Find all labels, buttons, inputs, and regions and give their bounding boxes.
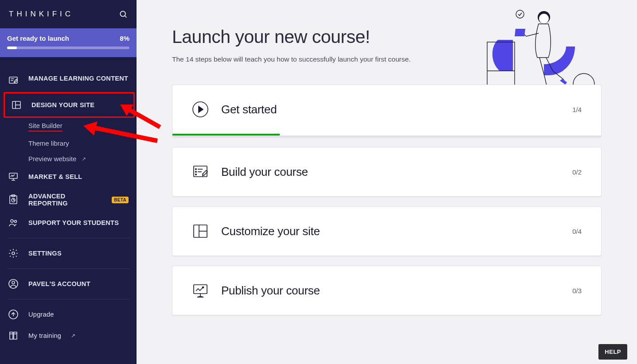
external-link-icon: ↗ [82, 156, 86, 162]
svg-point-14 [12, 252, 15, 255]
divider [7, 238, 129, 238]
card-title: Get started [221, 103, 560, 116]
nav-label: My training [28, 332, 61, 339]
sidebar-header: THINKIFIC [0, 0, 137, 28]
nav-advanced-reporting[interactable]: ADVANCED REPORTING BETA [0, 187, 137, 212]
external-link-icon: ↗ [71, 333, 75, 339]
nav-settings[interactable]: SETTINGS [0, 243, 137, 264]
card-count: 0/3 [572, 287, 582, 294]
brand-logo: THINKIFIC [9, 10, 74, 19]
nav-manage-learning-content[interactable]: MANAGE LEARNING CONTENT [0, 70, 137, 91]
user-circle-icon [8, 279, 19, 289]
book-icon [8, 330, 19, 341]
nav-label: PAVEL'S ACCOUNT [28, 280, 90, 287]
svg-point-12 [11, 220, 13, 222]
sidebar: THINKIFIC Get ready to launch 8% MANAGE … [0, 0, 137, 364]
launch-percent: 8% [120, 35, 129, 42]
sidebar-nav: MANAGE LEARNING CONTENT DESIGN YOUR SITE… [0, 57, 137, 364]
sub-label: Site Builder [28, 122, 63, 129]
gear-icon [8, 248, 19, 259]
launch-progress-banner[interactable]: Get ready to launch 8% [0, 28, 137, 57]
card-count: 0/2 [572, 168, 582, 176]
svg-point-13 [15, 221, 17, 223]
clipboard-pie-icon [8, 194, 19, 205]
nav-label: SUPPORT YOUR STUDENTS [28, 219, 119, 226]
card-get-started[interactable]: Get started 1/4 [172, 85, 602, 137]
nav-account[interactable]: PAVEL'S ACCOUNT [0, 273, 137, 294]
progress-fill [7, 46, 17, 49]
nav-my-training[interactable]: My training ↗ [0, 325, 137, 346]
divider [7, 268, 129, 269]
nav-label: SETTINGS [28, 250, 62, 257]
nav-label: ADVANCED REPORTING [28, 193, 100, 207]
presentation-icon [192, 282, 209, 299]
beta-badge: BETA [112, 197, 129, 203]
card-customize-site[interactable]: Customize your site 0/4 [172, 206, 602, 256]
edit-note-icon [8, 75, 19, 85]
svg-point-16 [12, 281, 15, 284]
svg-point-29 [195, 171, 196, 172]
svg-point-30 [195, 174, 196, 175]
edit-page-icon [192, 163, 209, 180]
presentation-chart-icon [8, 171, 19, 182]
card-title: Publish your course [221, 284, 560, 298]
nav-label: MANAGE LEARNING CONTENT [28, 75, 128, 82]
svg-line-1 [125, 16, 127, 18]
arrow-up-circle-icon [8, 309, 19, 320]
help-button[interactable]: HELP [598, 344, 627, 360]
card-build-course[interactable]: Build your course 0/2 [172, 147, 602, 197]
play-circle-icon [192, 101, 209, 118]
sub-label: Preview website [28, 155, 76, 163]
hero-illustration [482, 4, 606, 95]
nav-label: DESIGN YOUR SITE [31, 101, 94, 108]
card-count: 0/4 [572, 228, 582, 235]
sub-label: Theme library [28, 139, 69, 147]
svg-point-23 [539, 14, 549, 23]
svg-point-0 [120, 11, 125, 16]
nav-upgrade[interactable]: Upgrade [0, 304, 137, 325]
design-sub-items: Site Builder Theme library Preview websi… [0, 119, 137, 166]
svg-point-20 [516, 10, 524, 18]
svg-point-37 [203, 287, 204, 288]
divider [7, 299, 129, 299]
sub-site-builder[interactable]: Site Builder [28, 122, 63, 132]
nav-support-students[interactable]: SUPPORT YOUR STUDENTS [0, 212, 137, 233]
card-count: 1/4 [572, 106, 582, 113]
svg-rect-36 [194, 285, 207, 294]
svg-point-28 [195, 169, 196, 170]
nav-design-your-site[interactable]: DESIGN YOUR SITE [4, 92, 135, 118]
sub-preview-website[interactable]: Preview website ↗ [28, 155, 137, 163]
svg-rect-2 [9, 77, 17, 83]
layout-icon [192, 223, 209, 240]
onboarding-cards: Get started 1/4 Build your course 0/2 Cu… [172, 85, 602, 315]
card-title: Build your course [221, 165, 560, 179]
layout-icon [11, 100, 22, 110]
users-icon [8, 217, 19, 228]
nav-label: MARKET & SELL [28, 173, 82, 180]
launch-label: Get ready to launch [7, 35, 69, 42]
card-title: Customize your site [221, 225, 560, 238]
sub-theme-library[interactable]: Theme library [28, 139, 137, 147]
main-content: Launch your new course! The 14 steps bel… [137, 0, 637, 364]
search-icon[interactable] [119, 10, 128, 19]
card-publish-course[interactable]: Publish your course 0/3 [172, 266, 602, 315]
nav-label: Upgrade [28, 311, 54, 318]
nav-market-sell[interactable]: MARKET & SELL [0, 166, 137, 187]
progress-track [7, 46, 129, 49]
